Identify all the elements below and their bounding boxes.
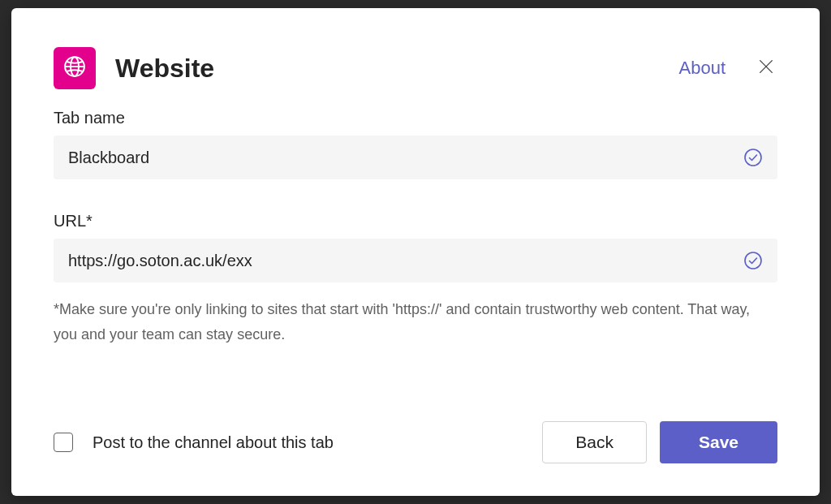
url-label: URL*: [54, 212, 777, 230]
dialog-header: Website About: [54, 47, 777, 89]
dialog-title: Website: [115, 54, 679, 84]
about-link[interactable]: About: [679, 58, 726, 79]
dialog-footer: Post to the channel about this tab Back …: [54, 421, 777, 463]
post-to-channel-label: Post to the channel about this tab: [93, 433, 542, 452]
add-website-tab-dialog: Website About Tab name URL*: [11, 8, 820, 496]
back-button[interactable]: Back: [542, 421, 647, 463]
globe-icon: [62, 54, 87, 82]
save-button[interactable]: Save: [660, 421, 777, 463]
tab-name-input-wrap: [54, 136, 777, 179]
svg-point-6: [745, 252, 761, 269]
dialog-backdrop: Website About Tab name URL*: [0, 0, 831, 504]
checkmark-circle-icon: [743, 148, 763, 167]
close-button[interactable]: [755, 57, 777, 80]
url-input[interactable]: [68, 252, 743, 270]
close-icon: [757, 58, 775, 79]
url-helper-text: *Make sure you're only linking to sites …: [54, 297, 777, 347]
post-to-channel-checkbox[interactable]: [54, 433, 73, 452]
tab-name-input[interactable]: [68, 149, 743, 167]
url-input-wrap: [54, 239, 777, 282]
website-app-icon: [54, 47, 96, 89]
tab-name-label: Tab name: [54, 109, 777, 127]
checkmark-circle-icon: [743, 251, 763, 270]
svg-point-5: [745, 149, 761, 166]
